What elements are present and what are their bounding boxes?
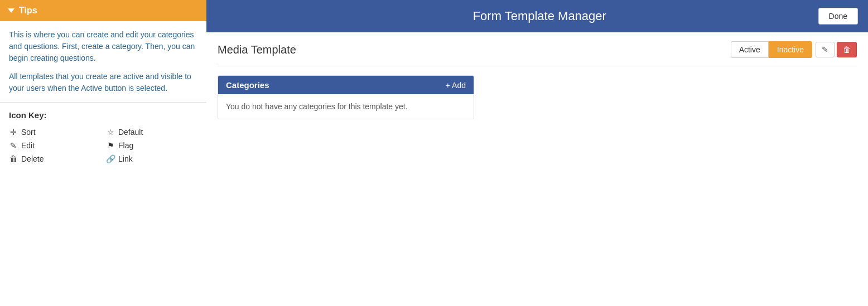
tips-header: Tips [0,0,206,21]
tips-paragraph-1: This is where you can create and edit yo… [9,29,197,64]
left-panel: Tips This is where you can create and ed… [0,0,206,306]
edit-icon: ✎ [9,141,18,150]
template-edit-button[interactable]: ✎ [816,42,835,57]
link-label: Link [118,154,133,163]
tips-title: Tips [19,6,37,16]
icon-key-title: Icon Key: [9,110,197,120]
done-button[interactable]: Done [818,8,858,25]
trash-icon: 🗑 [843,45,851,54]
default-icon: ☆ [106,128,115,137]
icon-key-edit: ✎ Edit [9,141,100,150]
categories-empty-message: You do not have any categories for this … [218,94,474,119]
icon-key-flag: ⚑ Flag [106,141,197,150]
delete-label: Delete [21,154,44,163]
tips-body: This is where you can create and edit yo… [0,21,206,103]
icon-key-section: Icon Key: ✛ Sort ☆ Default ✎ Edit ⚑ Flag… [0,103,206,171]
top-bar: Form Template Manager Done [206,0,868,32]
inactive-button[interactable]: Inactive [769,41,812,58]
icon-key-grid: ✛ Sort ☆ Default ✎ Edit ⚑ Flag 🗑 Delete … [9,128,197,163]
sort-icon: ✛ [9,128,18,137]
active-button[interactable]: Active [731,41,769,58]
link-icon: 🔗 [106,154,115,163]
flag-icon: ⚑ [106,141,115,150]
sort-label: Sort [21,128,36,137]
flag-label: Flag [118,141,133,150]
delete-icon: 🗑 [9,154,18,163]
template-header: Media Template Active Inactive ✎ 🗑 [218,41,857,66]
content-area: Media Template Active Inactive ✎ 🗑 Categ… [206,32,868,306]
add-category-button[interactable]: + Add [446,81,466,90]
template-delete-button[interactable]: 🗑 [837,42,857,57]
icon-key-sort: ✛ Sort [9,128,100,137]
icon-key-delete: 🗑 Delete [9,154,100,163]
right-panel: Form Template Manager Done Media Templat… [206,0,868,306]
tips-paragraph-2: All templates that you create are active… [9,71,197,94]
template-actions: Active Inactive ✎ 🗑 [731,41,857,58]
categories-box: Categories + Add You do not have any cat… [218,75,474,119]
pencil-icon: ✎ [822,45,828,54]
page-title: Form Template Manager [261,9,818,23]
categories-header: Categories + Add [218,76,474,94]
categories-title: Categories [226,80,269,90]
default-label: Default [118,128,143,137]
triangle-icon [8,8,15,13]
edit-label: Edit [21,141,35,150]
icon-key-link: 🔗 Link [106,154,197,163]
icon-key-default: ☆ Default [106,128,197,137]
template-title: Media Template [218,43,296,56]
